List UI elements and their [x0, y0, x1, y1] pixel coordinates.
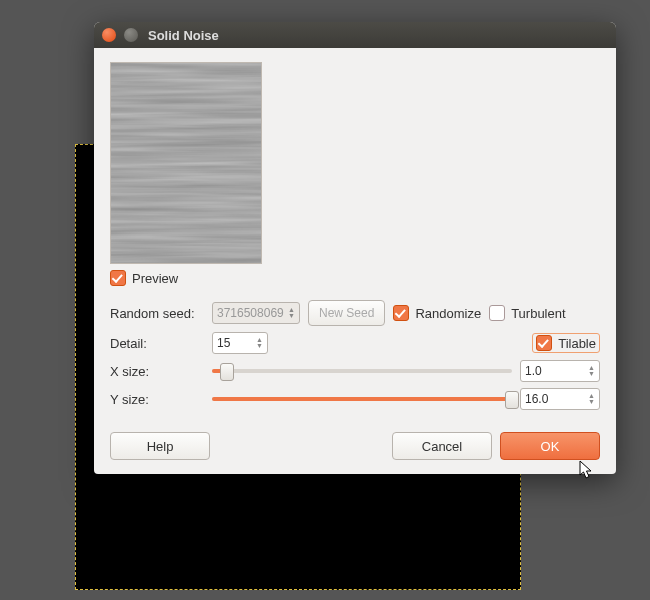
spinner-icon[interactable]: ▲▼ [256, 337, 263, 349]
preview-label: Preview [132, 271, 178, 286]
ok-button[interactable]: OK [500, 432, 600, 460]
solid-noise-dialog: Solid Noise Preview Random seed: 3716508… [94, 22, 616, 474]
randomize-toggle[interactable]: Randomize [393, 305, 481, 321]
turbulent-toggle[interactable]: Turbulent [489, 305, 565, 321]
spinner-icon[interactable]: ▲▼ [588, 365, 595, 377]
checkbox-icon[interactable] [489, 305, 505, 321]
checkbox-icon[interactable] [110, 270, 126, 286]
random-seed-input: 3716508069 ▲▼ [212, 302, 300, 324]
ysize-input[interactable]: 16.0 ▲▼ [520, 388, 600, 410]
ysize-label: Y size: [110, 392, 204, 407]
detail-label: Detail: [110, 336, 204, 351]
randomize-label: Randomize [415, 306, 481, 321]
cancel-button[interactable]: Cancel [392, 432, 492, 460]
window-title: Solid Noise [148, 28, 219, 43]
spinner-icon[interactable]: ▲▼ [588, 393, 595, 405]
checkbox-icon[interactable] [536, 335, 552, 351]
tilable-label: Tilable [558, 336, 596, 351]
checkbox-icon[interactable] [393, 305, 409, 321]
svg-rect-1 [111, 63, 261, 263]
tilable-toggle[interactable]: Tilable [532, 333, 600, 353]
xsize-input[interactable]: 1.0 ▲▼ [520, 360, 600, 382]
random-seed-label: Random seed: [110, 306, 204, 321]
turbulent-label: Turbulent [511, 306, 565, 321]
spinner-icon: ▲▼ [288, 307, 295, 319]
close-icon[interactable] [102, 28, 116, 42]
preview-image [110, 62, 262, 264]
xsize-label: X size: [110, 364, 204, 379]
new-seed-button: New Seed [308, 300, 385, 326]
minimize-icon[interactable] [124, 28, 138, 42]
preview-toggle[interactable]: Preview [110, 270, 600, 286]
help-button[interactable]: Help [110, 432, 210, 460]
ysize-slider[interactable] [212, 388, 512, 410]
xsize-slider[interactable] [212, 360, 512, 382]
titlebar[interactable]: Solid Noise [94, 22, 616, 48]
detail-input[interactable]: 15 ▲▼ [212, 332, 268, 354]
